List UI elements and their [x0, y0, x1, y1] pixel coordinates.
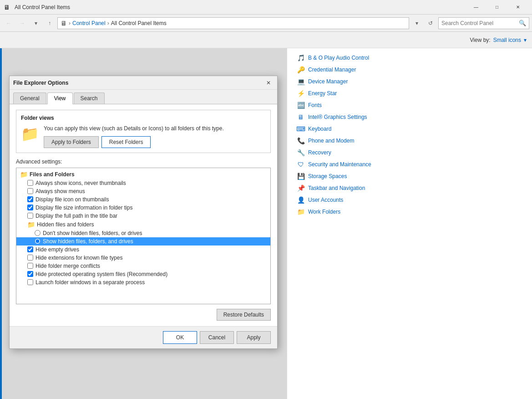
cp-item-label-9: Security and Maintenance	[308, 161, 371, 168]
cp-item-6[interactable]: ⌨ Keyboard	[294, 123, 525, 135]
breadcrumb-sep-1: ›	[69, 20, 71, 26]
folder-icon: 🖥	[61, 20, 67, 27]
cp-item-label-8: Recovery	[308, 149, 331, 156]
settings-item-8[interactable]: Hide empty drives	[16, 246, 270, 254]
checkbox-always-show-menus[interactable]	[27, 188, 33, 194]
cp-item-label-12: User Accounts	[308, 197, 343, 203]
settings-item-radio-dont-show[interactable]: Don't show hidden files, folders, or dri…	[16, 229, 270, 237]
folder-views-description: You can apply this view (such as Details…	[44, 125, 224, 133]
cp-item-icon-13: 📁	[296, 207, 305, 216]
dialog-body: Folder views 📁 You can apply this view (…	[10, 104, 277, 326]
close-window-button[interactable]: ✕	[507, 0, 528, 15]
settings-list-container[interactable]: 📁 Files and Folders Always show icons, n…	[16, 168, 271, 304]
search-input[interactable]	[441, 20, 519, 26]
settings-item-12[interactable]: Launch folder windows in a separate proc…	[16, 278, 270, 286]
search-box[interactable]: 🔍	[438, 17, 529, 29]
cp-item-7[interactable]: 📞 Phone and Modem	[294, 135, 525, 147]
radio-show-hidden[interactable]	[35, 238, 41, 244]
restore-defaults-button[interactable]: Restore Defaults	[217, 309, 271, 321]
restore-row: Restore Defaults	[16, 309, 271, 321]
view-by-dropdown-icon[interactable]: ▾	[524, 37, 527, 43]
forward-button[interactable]: →	[16, 17, 28, 29]
cp-item-11[interactable]: 📌 Taskbar and Navigation	[294, 182, 525, 194]
cp-item-5[interactable]: 🖥 Intel® Graphics Settings	[294, 111, 525, 123]
cp-item-1[interactable]: 🔑 Credential Manager	[294, 64, 525, 76]
dropdown-button[interactable]: ▾	[30, 17, 42, 29]
cp-item-label-5: Intel® Graphics Settings	[308, 114, 367, 120]
settings-item-10[interactable]: Hide folder merge conflicts	[16, 262, 270, 270]
cp-item-label-10: Storage Spaces	[308, 173, 347, 179]
view-by-value[interactable]: Small icons	[493, 37, 521, 43]
checkbox-display-file-size[interactable]	[27, 205, 33, 210]
cp-item-label-0: B & O Play Audio Control	[308, 55, 369, 61]
checkbox-always-show-icons[interactable]	[27, 180, 33, 186]
cp-item-13[interactable]: 📁 Work Folders	[294, 206, 525, 218]
search-icon: 🔍	[519, 20, 526, 26]
checkbox-hide-empty-drives[interactable]	[27, 246, 33, 252]
settings-item-11[interactable]: Hide protected operating system files (R…	[16, 270, 270, 278]
cp-item-icon-2: 💻	[296, 77, 305, 86]
settings-item-4[interactable]: Display the full path in the title bar	[16, 212, 270, 220]
cp-item-icon-7: 📞	[296, 136, 305, 145]
maximize-button[interactable]: □	[486, 0, 507, 15]
folder-views-title: Folder views	[21, 115, 266, 121]
settings-item-3[interactable]: Display file size information in folder …	[16, 204, 270, 212]
settings-list: 📁 Files and Folders Always show icons, n…	[16, 168, 270, 288]
cp-item-icon-5: 🖥	[296, 113, 305, 122]
cp-item-icon-11: 📌	[296, 184, 305, 193]
folder-views-content: 📁 You can apply this view (such as Detai…	[21, 125, 266, 148]
cp-item-10[interactable]: 💾 Storage Spaces	[294, 170, 525, 182]
tab-general[interactable]: General	[13, 92, 46, 104]
checkbox-display-file-icon[interactable]	[27, 196, 33, 202]
minimize-button[interactable]: —	[466, 0, 486, 15]
file-explorer-options-dialog: File Explorer Options ✕ General View Sea…	[9, 76, 278, 349]
cancel-button[interactable]: Cancel	[200, 331, 234, 344]
advanced-settings-title: Advanced settings:	[16, 159, 271, 165]
view-by-label: View by:	[470, 37, 491, 43]
tab-view[interactable]: View	[47, 92, 73, 104]
main-content: File Explorer Options ✕ General View Sea…	[0, 48, 532, 399]
cp-item-icon-4: 🔤	[296, 101, 305, 110]
settings-item-9[interactable]: Hide extensions for known file types	[16, 254, 270, 262]
cp-item-8[interactable]: 🔧 Recovery	[294, 147, 525, 159]
control-panel-items-list: 🎵 B & O Play Audio Control 🔑 Credential …	[294, 52, 525, 218]
settings-item-2[interactable]: Display file icon on thumbnails	[16, 195, 270, 204]
up-button[interactable]: ↑	[44, 17, 56, 29]
cp-item-label-13: Work Folders	[308, 209, 340, 215]
breadcrumb-control-panel[interactable]: Control Panel	[72, 20, 106, 26]
breadcrumb-dropdown[interactable]: ▾	[411, 17, 423, 29]
reset-folders-button[interactable]: Reset Folders	[101, 136, 151, 148]
cp-item-label-1: Credential Manager	[308, 66, 356, 73]
radio-dont-show-hidden[interactable]	[35, 230, 41, 236]
tab-search[interactable]: Search	[74, 92, 105, 104]
folder-icon-large: 📁	[21, 125, 39, 143]
cp-item-12[interactable]: 👤 User Accounts	[294, 194, 525, 206]
checkbox-hide-extensions[interactable]	[27, 255, 33, 261]
ok-button[interactable]: OK	[163, 331, 197, 344]
cp-item-9[interactable]: 🛡 Security and Maintenance	[294, 159, 525, 170]
cp-item-label-2: Device Manager	[308, 78, 348, 85]
settings-item-1[interactable]: Always show menus	[16, 187, 270, 195]
cp-item-icon-9: 🛡	[296, 160, 305, 169]
breadcrumb-sep-2: ›	[107, 20, 109, 26]
refresh-button[interactable]: ↺	[425, 17, 436, 29]
apply-to-folders-button[interactable]: Apply to Folders	[44, 136, 99, 148]
cp-item-label-11: Taskbar and Navigation	[308, 185, 365, 191]
dialog-close-button[interactable]: ✕	[263, 78, 274, 88]
back-button[interactable]: ←	[3, 17, 15, 29]
checkbox-hide-protected-os[interactable]	[27, 271, 33, 277]
cp-item-0[interactable]: 🎵 B & O Play Audio Control	[294, 52, 525, 64]
window-icon: 🖥	[4, 4, 10, 11]
cp-item-icon-3: ⚡	[296, 89, 305, 98]
cp-item-3[interactable]: ⚡ Energy Star	[294, 87, 525, 99]
right-panel: 🎵 B & O Play Audio Control 🔑 Credential …	[287, 48, 532, 399]
cp-item-2[interactable]: 💻 Device Manager	[294, 76, 525, 87]
settings-item-radio-show[interactable]: Show hidden files, folders, and drives	[16, 237, 270, 246]
settings-item-0[interactable]: Always show icons, never thumbnails	[16, 179, 270, 187]
checkbox-display-full-path[interactable]	[27, 213, 33, 219]
apply-button[interactable]: Apply	[237, 331, 271, 344]
cp-item-icon-12: 👤	[296, 195, 305, 205]
cp-item-4[interactable]: 🔤 Fonts	[294, 99, 525, 111]
checkbox-launch-folder-windows[interactable]	[27, 279, 33, 285]
checkbox-hide-folder-merge[interactable]	[27, 263, 33, 269]
